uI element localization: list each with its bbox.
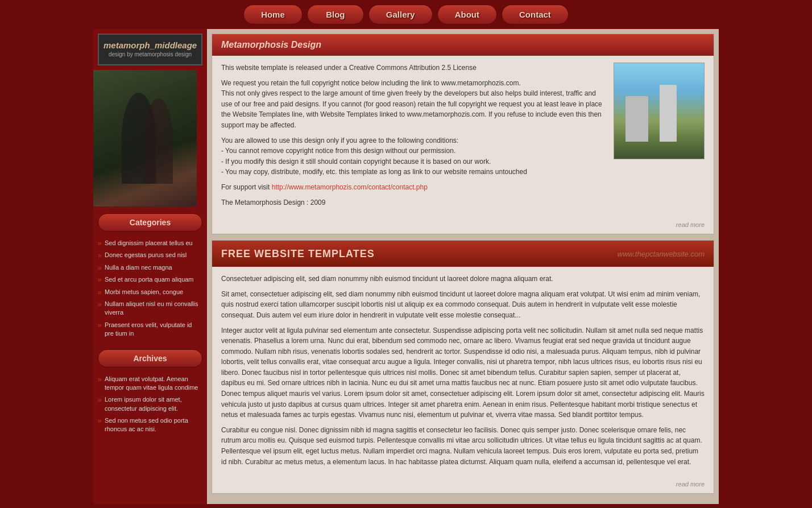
list-item: Lorem ipsum dolor sit amet, consectetur …: [98, 394, 202, 415]
section1-p4: For support visit http://www.metamorphoz…: [221, 182, 604, 193]
archives-list: Aliquam erat volutpat. Aenean tempor qua…: [93, 371, 207, 438]
section2-title: FREE WEBSITE TEMPLATES: [221, 248, 375, 260]
nav-about[interactable]: About: [437, 5, 497, 24]
nav-contact[interactable]: Contact: [502, 5, 569, 24]
archives-label: Archives: [98, 349, 202, 367]
section1-inner: This website template is released under …: [221, 63, 705, 212]
support-prefix: For support visit: [221, 183, 272, 191]
list-item: Aliquam erat volutpat. Aenean tempor qua…: [98, 373, 202, 394]
section2-p4: Curabitur eu congue nisl. Donec dignissi…: [221, 425, 705, 467]
list-item: Nullam aliquet nisl eu mi convallis vive…: [98, 298, 202, 319]
list-item: Sed non metus sed odio porta rhoncus ac …: [98, 415, 202, 436]
list-item: Donec egestas purus sed nisl: [98, 249, 202, 261]
section1-text: This website template is released under …: [221, 63, 604, 212]
main-content: Metamorphosis Design This website templa…: [207, 29, 719, 504]
section2-p2: Sit amet, consectetuer adipiscing elit, …: [221, 289, 705, 321]
watermark-url: www.thepctanwebsite.com: [618, 250, 705, 258]
nav-gallery[interactable]: Gallery: [368, 5, 433, 24]
list-item: Sed et arcu porta quam aliquam: [98, 274, 202, 286]
section1-title: Metamorphosis Design: [212, 34, 714, 56]
list-item: Sed dignissim placerat tellus eu: [98, 237, 202, 249]
categories-list: Sed dignissim placerat tellus eu Donec e…: [93, 235, 207, 342]
section2-p3: Integer auctor velit at ligula pulvinar …: [221, 325, 705, 420]
nav-home[interactable]: Home: [243, 5, 303, 24]
top-nav: Home Blog Gallery About Contact: [0, 0, 812, 29]
sidebar-image: [93, 70, 197, 206]
sidebar-header: metamorph_middleage design by metamorpho…: [98, 34, 202, 65]
main-wrapper: metamorph_middleage design by metamorpho…: [93, 29, 719, 504]
castle-image: [614, 63, 705, 159]
list-item: Morbi metus sapien, congue: [98, 286, 202, 298]
section1-p1: This website template is released under …: [221, 63, 604, 73]
section2-read-more[interactable]: read more: [212, 478, 714, 493]
categories-label: Categories: [98, 213, 202, 232]
section1-copyright: The Metamorphosis Design : 2009: [221, 197, 604, 208]
section2-title-bar: FREE WEBSITE TEMPLATES www.thepctanwebsi…: [212, 241, 714, 267]
support-link[interactable]: http://www.metamorphozis.com/contact/con…: [272, 183, 428, 191]
section1-read-more[interactable]: read more: [212, 219, 714, 234]
section1-p3: You are allowed to use this design only …: [221, 135, 604, 177]
sidebar-subtitle: design by metamorphosis design: [103, 51, 197, 57]
list-item: Nulla a diam nec magna: [98, 262, 202, 274]
section2-p1: Consectetuer adipiscing elit, sed diam n…: [221, 274, 705, 284]
nav-blog[interactable]: Blog: [307, 5, 364, 24]
sidebar: metamorph_middleage design by metamorpho…: [93, 29, 207, 504]
section2-body: Consectetuer adipiscing elit, sed diam n…: [212, 267, 714, 478]
section1-body: This website template is released under …: [212, 56, 714, 219]
section-metamorphosis: Metamorphosis Design This website templa…: [212, 34, 714, 234]
list-item: Praesent eros velit, vulputate id pre ti…: [98, 319, 202, 340]
section1-p2: We request you retain the full copyright…: [221, 78, 604, 131]
section-free-templates: FREE WEBSITE TEMPLATES www.thepctanwebsi…: [212, 240, 714, 494]
sidebar-title: metamorph_middleage: [103, 40, 197, 50]
